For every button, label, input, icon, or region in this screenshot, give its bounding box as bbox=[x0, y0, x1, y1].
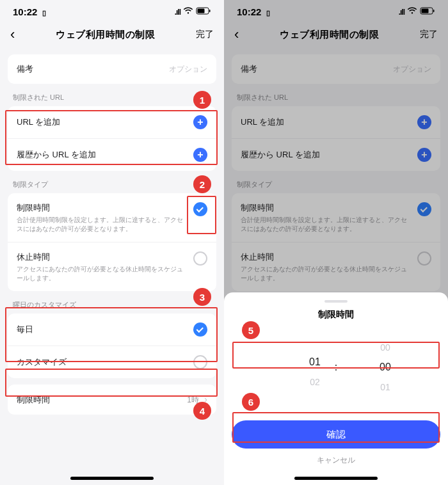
cancel-button[interactable]: キャンセル bbox=[232, 455, 440, 466]
signal-icon: .ıll bbox=[175, 8, 180, 17]
limit-time-title: 制限時間 bbox=[17, 202, 188, 214]
add-url-history-label: 履歴から URL を追加 bbox=[17, 149, 96, 161]
minute-current: 00 bbox=[380, 362, 391, 373]
svg-rect-1 bbox=[198, 9, 205, 13]
everyday-label: 毎日 bbox=[17, 324, 33, 335]
downtime-sub: アクセスにあなたの許可が必要となる休止時間をスケジュールします。 bbox=[17, 265, 188, 282]
everyday-row[interactable]: 毎日 bbox=[8, 314, 216, 346]
section-days: 曜日のカスタマイズ bbox=[0, 291, 224, 314]
memo-row[interactable]: 備考 オプション bbox=[8, 54, 216, 84]
memo-label: 備考 bbox=[17, 63, 33, 75]
add-url-history-row[interactable]: 履歴から URL を追加 + bbox=[8, 138, 216, 171]
everyday-radio[interactable] bbox=[193, 322, 207, 337]
custom-row[interactable]: カスタマイズ bbox=[8, 346, 216, 378]
home-indicator bbox=[294, 477, 378, 480]
limit-time-value: 1時 bbox=[187, 395, 199, 404]
page-title: ウェブ利用時間の制限 bbox=[56, 29, 155, 41]
back-button[interactable]: ‹ bbox=[10, 26, 15, 43]
minute-next: 01 bbox=[380, 382, 390, 392]
done-button[interactable]: 完了 bbox=[196, 29, 214, 40]
plus-icon: + bbox=[193, 148, 207, 162]
downtime-radio[interactable] bbox=[193, 251, 207, 266]
sheet-handle[interactable] bbox=[324, 300, 348, 303]
downtime-title: 休止時間 bbox=[17, 251, 188, 263]
custom-label: カスタマイズ bbox=[17, 356, 67, 368]
downtime-row[interactable]: 休止時間 アクセスにあなたの許可が必要となる休止時間をスケジュールします。 bbox=[8, 242, 216, 291]
section-urls: 制限された URL bbox=[0, 84, 224, 106]
limit-time-row[interactable]: 制限時間 合計使用時間制限を設定します。上限に達すると、アクセスにはあなたの許可… bbox=[8, 193, 216, 242]
section-limit-type: 制限タイプ bbox=[0, 171, 224, 193]
memo-placeholder: オプション bbox=[169, 64, 207, 75]
plus-icon: + bbox=[193, 115, 207, 129]
minute-prev: 00 bbox=[380, 342, 390, 353]
confirm-button[interactable]: 確認 bbox=[232, 420, 440, 449]
chevron-right-icon: › bbox=[204, 394, 207, 404]
wifi-icon bbox=[183, 7, 193, 17]
picker-separator: : bbox=[335, 362, 337, 373]
add-url-row[interactable]: URL を追加 + bbox=[8, 106, 216, 138]
status-card-icon: ▯ bbox=[42, 9, 46, 17]
limit-time-value-row[interactable]: 制限時間 1時 › bbox=[8, 385, 216, 415]
limit-time-value-label: 制限時間 bbox=[17, 394, 50, 406]
time-picker-sheet: 制限時間 01 02 : 00 00 01 確認 キャンセル bbox=[224, 292, 448, 485]
home-indicator bbox=[70, 477, 154, 480]
limit-time-sub: 合計使用時間制限を設定します。上限に達すると、アクセスにはあなたの許可が必要とな… bbox=[17, 216, 188, 233]
sheet-title: 制限時間 bbox=[232, 309, 440, 321]
add-url-label: URL を追加 bbox=[17, 116, 60, 128]
limit-time-radio[interactable] bbox=[193, 202, 207, 216]
hour-current: 01 bbox=[309, 356, 321, 368]
custom-radio[interactable] bbox=[193, 355, 207, 369]
time-picker[interactable]: 01 02 : 00 00 01 bbox=[232, 326, 440, 409]
svg-rect-2 bbox=[209, 10, 211, 12]
status-time: 10:22 bbox=[13, 6, 37, 17]
battery-icon bbox=[196, 7, 211, 17]
hour-next: 02 bbox=[310, 377, 320, 387]
